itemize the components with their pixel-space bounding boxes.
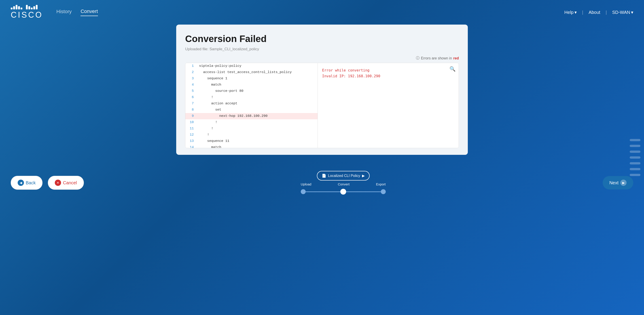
next-label: Next <box>609 180 618 185</box>
table-row: 13 sequence 11 <box>185 138 318 144</box>
line-code: access-list test_access_control_lists_po… <box>197 69 317 75</box>
uploaded-file-info: Uploaded file: Sample_CLI_localized_poli… <box>185 47 459 51</box>
code-panels: 🔍 1viptela-policy:policy2 access-list te… <box>185 63 459 148</box>
table-row: 11 ! <box>185 126 318 132</box>
logo-bar-9 <box>33 6 35 9</box>
policy-pill: 📄 Localized CLI Policy ▶ <box>317 171 370 181</box>
cisco-logo-text: CiSCo <box>11 10 43 20</box>
line-number: 9 <box>185 113 197 119</box>
back-button[interactable]: ◀ Back <box>11 176 42 190</box>
line-number: 7 <box>185 100 197 107</box>
line-number: 8 <box>185 107 197 113</box>
nav-convert[interactable]: Convert <box>80 8 98 16</box>
errors-note-text: Errors are shown in <box>421 56 452 60</box>
logo-bar-1 <box>11 7 12 9</box>
logo-bar-6 <box>26 5 28 9</box>
back-label: Back <box>26 180 36 185</box>
line-code: ! <box>197 126 317 132</box>
logo-bar-5 <box>20 7 22 9</box>
table-row: 5 source-port 80 <box>185 88 318 94</box>
error-output-panel: Error while converting Invalid IP: 192.1… <box>318 63 459 148</box>
code-editor-panel[interactable]: 1viptela-policy:policy2 access-list test… <box>185 63 318 148</box>
bottom-bar: ◀ Back ✕ Cancel 📄 Localized CLI Policy ▶… <box>0 166 644 200</box>
scroll-dot-5 <box>630 162 640 164</box>
errors-note: ⓘ Errors are shown in red <box>185 56 459 60</box>
step-upload-label: Upload <box>301 182 312 186</box>
line-code: sequence 1 <box>197 75 317 82</box>
conversion-card: Conversion Failed Uploaded file: Sample_… <box>176 24 468 155</box>
table-row: 10 ! <box>185 119 318 126</box>
line-number: 12 <box>185 132 197 138</box>
line-number: 4 <box>185 82 197 88</box>
info-icon: ⓘ <box>416 56 420 60</box>
sdwan-menu[interactable]: SD-WAN ▾ <box>612 9 633 15</box>
cisco-logo-bars <box>11 5 38 9</box>
table-row: 9 next-hop 192.168.100.290 <box>185 113 318 119</box>
policy-pill-label: Localized CLI Policy <box>328 174 360 178</box>
logo-bar-10 <box>36 5 38 9</box>
stepper-dot-export <box>381 189 386 194</box>
next-icon: ▶ <box>620 180 626 186</box>
help-menu[interactable]: Help ▾ <box>564 9 577 15</box>
line-number: 10 <box>185 119 197 126</box>
line-code: set <box>197 107 317 113</box>
scroll-dot-7 <box>630 174 640 176</box>
line-number: 14 <box>185 144 197 148</box>
line-code: action accept <box>197 100 317 107</box>
uploaded-file-label-text: Uploaded file: <box>185 47 208 51</box>
line-code: ! <box>197 94 317 100</box>
errors-note-highlight: red <box>453 56 459 60</box>
scroll-indicators <box>630 139 640 176</box>
policy-pill-arrow: ▶ <box>362 174 365 178</box>
policy-pill-icon: 📄 <box>322 174 326 178</box>
nav-links: History Convert <box>56 8 98 16</box>
nav-right: Help ▾ | About | SD-WAN ▾ <box>564 9 633 15</box>
cancel-button[interactable]: ✕ Cancel <box>48 176 84 190</box>
table-row: 8 set <box>185 107 318 113</box>
error-line-2: Invalid IP: 192.168.100.290 <box>322 73 454 79</box>
stepper-dot-upload <box>301 189 306 194</box>
main-container: Conversion Failed Uploaded file: Sample_… <box>166 24 478 166</box>
line-code: ! <box>197 119 317 126</box>
help-chevron-icon: ▾ <box>574 9 577 15</box>
stepper-dot-convert <box>340 189 346 195</box>
error-line-1: Error while converting <box>322 67 454 73</box>
scroll-dot-3 <box>630 151 640 153</box>
scroll-dot-2 <box>630 145 640 147</box>
page-title: Conversion Failed <box>185 33 459 44</box>
line-code: source-port 80 <box>197 88 317 94</box>
scroll-dot-1 <box>630 139 640 141</box>
step-export-label: Export <box>376 182 386 186</box>
line-code: match <box>197 144 317 148</box>
line-number: 13 <box>185 138 197 144</box>
code-table: 1viptela-policy:policy2 access-list test… <box>185 63 318 148</box>
line-code: viptela-policy:policy <box>197 63 317 69</box>
sdwan-chevron-icon: ▾ <box>631 9 633 15</box>
next-button[interactable]: Next ▶ <box>603 176 633 189</box>
logo-bar-2 <box>13 6 15 9</box>
line-code: ! <box>197 132 317 138</box>
divider-1: | <box>582 10 583 15</box>
line-number: 2 <box>185 69 197 75</box>
line-number: 11 <box>185 126 197 132</box>
cancel-label: Cancel <box>63 180 77 185</box>
sdwan-label: SD-WAN <box>612 10 630 15</box>
table-row: 14 match <box>185 144 318 148</box>
search-icon[interactable]: 🔍 <box>450 66 456 72</box>
nav-history[interactable]: History <box>56 9 72 16</box>
line-code: match <box>197 82 317 88</box>
cancel-icon: ✕ <box>55 180 61 186</box>
table-row: 1viptela-policy:policy <box>185 63 318 69</box>
table-row: 2 access-list test_access_control_lists_… <box>185 69 318 75</box>
line-number: 6 <box>185 94 197 100</box>
line-number: 3 <box>185 75 197 82</box>
logo-bar-8 <box>31 7 33 9</box>
back-icon: ◀ <box>18 180 24 186</box>
scroll-dot-4 <box>630 156 640 159</box>
line-number: 1 <box>185 63 197 69</box>
stepper-line-2 <box>346 191 381 192</box>
stepper-track <box>301 189 386 195</box>
about-link[interactable]: About <box>588 10 600 15</box>
logo-area: CiSCo <box>11 5 43 20</box>
stepper-labels: Upload Convert Export <box>301 182 386 186</box>
